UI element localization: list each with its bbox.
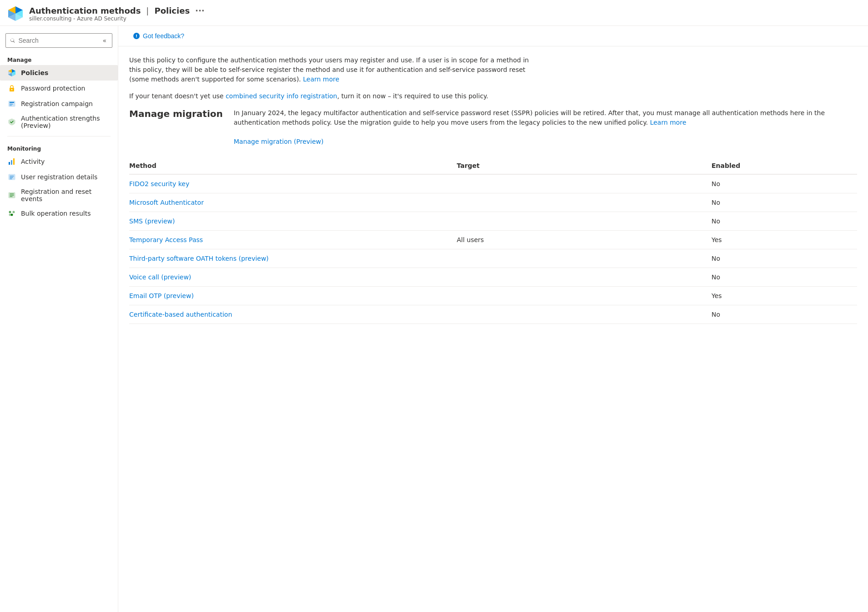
- method-cell[interactable]: SMS (preview): [129, 212, 457, 231]
- combined-security-link[interactable]: combined security info registration: [226, 92, 337, 100]
- enabled-cell: No: [712, 305, 857, 324]
- enabled-cell: No: [712, 193, 857, 212]
- method-cell[interactable]: Third-party software OATH tokens (previe…: [129, 249, 457, 268]
- page-title: Authentication methods | Policies ···: [29, 6, 205, 15]
- migration-heading: Manage migration: [129, 108, 223, 119]
- col-method-header: Method: [129, 157, 457, 174]
- reg-reset-events-icon: [7, 191, 16, 200]
- user-registration-icon: [7, 172, 16, 182]
- sidebar-item-auth-strengths[interactable]: Authentication strengths (Preview): [0, 111, 118, 132]
- table-row: Voice call (preview)No: [129, 268, 857, 287]
- method-cell[interactable]: Email OTP (preview): [129, 287, 457, 305]
- table-row: FIDO2 security keyNo: [129, 174, 857, 193]
- target-cell: [457, 305, 712, 324]
- method-cell[interactable]: FIDO2 security key: [129, 174, 457, 193]
- sidebar: « Manage Policies: [0, 26, 118, 612]
- method-cell[interactable]: Microsoft Authenticator: [129, 193, 457, 212]
- learn-more-link-1[interactable]: Learn more: [303, 76, 339, 83]
- main-description-1: Use this policy to configure the authent…: [129, 56, 539, 84]
- feedback-label: Got feedback?: [143, 32, 184, 40]
- policies-icon: [7, 68, 16, 77]
- auth-strengths-icon: [7, 117, 16, 126]
- table-body: FIDO2 security keyNoMicrosoft Authentica…: [129, 174, 857, 324]
- sidebar-item-activity[interactable]: Activity: [0, 154, 118, 169]
- registration-campaign-label: Registration campaign: [21, 100, 93, 107]
- enabled-cell: No: [712, 174, 857, 193]
- svg-point-27: [9, 214, 11, 216]
- target-cell: [457, 193, 712, 212]
- app-header: Authentication methods | Policies ··· si…: [0, 0, 868, 26]
- sidebar-item-policies[interactable]: Policies: [0, 65, 118, 81]
- svg-rect-17: [10, 104, 13, 105]
- target-cell: [457, 249, 712, 268]
- sidebar-item-reg-reset-events[interactable]: Registration and reset events: [0, 185, 118, 206]
- sidebar-item-user-registration[interactable]: User registration details: [0, 169, 118, 185]
- bulk-operations-label: Bulk operation results: [21, 210, 91, 217]
- table-row: Third-party software OATH tokens (previe…: [129, 249, 857, 268]
- methods-table: Method Target Enabled FIDO2 security key…: [129, 157, 857, 324]
- auth-strengths-label: Authentication strengths (Preview): [21, 115, 111, 129]
- main-toolbar: Got feedback?: [118, 26, 868, 46]
- target-cell: [457, 287, 712, 305]
- target-cell: [457, 212, 712, 231]
- reg-reset-events-label: Registration and reset events: [21, 188, 111, 202]
- sidebar-divider: [7, 136, 111, 137]
- registration-campaign-icon: [7, 99, 16, 108]
- method-cell[interactable]: Temporary Access Pass: [129, 231, 457, 249]
- col-enabled-header: Enabled: [712, 157, 857, 174]
- user-registration-label: User registration details: [21, 173, 97, 181]
- header-subtitle: siller.consulting - Azure AD Security: [29, 15, 205, 22]
- enabled-cell: Yes: [712, 287, 857, 305]
- migration-learn-more-link[interactable]: Learn more: [650, 119, 686, 126]
- main-content: Got feedback? Use this policy to configu…: [118, 26, 868, 612]
- monitoring-section-label: Monitoring: [0, 140, 118, 154]
- enabled-cell: No: [712, 212, 857, 231]
- migration-description: In January 2024, the legacy multifactor …: [234, 108, 857, 127]
- table-row: Temporary Access PassAll usersYes: [129, 231, 857, 249]
- manage-migration-link[interactable]: Manage migration (Preview): [234, 138, 324, 145]
- svg-rect-21: [13, 158, 15, 165]
- method-cell[interactable]: Voice call (preview): [129, 268, 457, 287]
- table-row: SMS (preview)No: [129, 212, 857, 231]
- svg-rect-16: [10, 102, 14, 103]
- app-name: Authentication methods: [29, 6, 141, 15]
- search-box[interactable]: «: [5, 33, 112, 48]
- svg-rect-20: [11, 160, 12, 165]
- enabled-cell: Yes: [712, 231, 857, 249]
- table-header: Method Target Enabled: [129, 157, 857, 174]
- collapse-button[interactable]: «: [101, 36, 107, 45]
- enabled-cell: No: [712, 268, 857, 287]
- migration-text-block: In January 2024, the legacy multifactor …: [234, 108, 857, 147]
- search-icon: [10, 37, 15, 44]
- feedback-icon: [133, 32, 140, 40]
- sidebar-search-container: «: [0, 30, 118, 51]
- table-row: Certificate-based authenticationNo: [129, 305, 857, 324]
- bulk-operations-icon: [7, 209, 16, 218]
- target-cell: All users: [457, 231, 712, 249]
- svg-rect-18: [10, 105, 12, 106]
- app-body: « Manage Policies: [0, 26, 868, 612]
- svg-rect-19: [9, 162, 10, 165]
- app-logo: [7, 5, 24, 22]
- got-feedback-button[interactable]: Got feedback?: [129, 30, 188, 41]
- manage-migration-section: Manage migration In January 2024, the le…: [129, 108, 857, 147]
- svg-point-14: [11, 89, 12, 90]
- sidebar-item-password-protection[interactable]: Password protection: [0, 81, 118, 96]
- sidebar-item-registration-campaign[interactable]: Registration campaign: [0, 96, 118, 111]
- title-separator: |: [146, 6, 149, 15]
- method-cell[interactable]: Certificate-based authentication: [129, 305, 457, 324]
- password-protection-label: Password protection: [21, 85, 85, 92]
- table-row: Microsoft AuthenticatorNo: [129, 193, 857, 212]
- header-title-block: Authentication methods | Policies ··· si…: [29, 6, 205, 22]
- main-description-2: If your tenant doesn't yet use combined …: [129, 91, 539, 101]
- main-body: Use this policy to configure the authent…: [118, 46, 868, 333]
- search-input[interactable]: [18, 37, 98, 44]
- enabled-cell: No: [712, 249, 857, 268]
- page-name: Policies: [154, 6, 190, 15]
- target-cell: [457, 268, 712, 287]
- table-row: Email OTP (preview)Yes: [129, 287, 857, 305]
- target-cell: [457, 174, 712, 193]
- sidebar-item-bulk-operations[interactable]: Bulk operation results: [0, 206, 118, 221]
- more-options-button[interactable]: ···: [195, 6, 205, 15]
- col-target-header: Target: [457, 157, 712, 174]
